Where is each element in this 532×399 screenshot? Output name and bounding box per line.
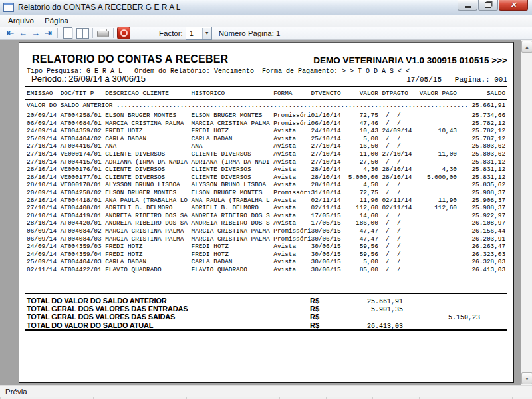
minimize-button[interactable] [458,0,477,11]
close-preview-button[interactable] [116,27,131,39]
table-row: 06/09/14 AT004084/02 MARCIA CRISTINA PAL… [27,227,510,235]
table-row: 28/10/14 AT004420/01 ANDREIA RIBEIRO DOS… [27,219,510,227]
table-row: 27/10/14 VE000174/01 CLIENTE DIVERSOS CL… [27,150,510,158]
menu-item-arquivo[interactable]: Arquivo [3,16,39,25]
total-row: TOTAL GERAL DOS VALORES DAS SAIDASR$5.15… [27,313,507,321]
table-row: 20/09/14 AT004258/01 ELSON BRUGER MONTES… [27,112,510,120]
minimize-icon [465,6,471,8]
table-row: 28/10/14 VE000176/01 CLIENTE DIVERSOS CL… [27,166,510,174]
divider [25,99,507,100]
two-page-icon [76,28,89,39]
total-row: TOTAL GERAL DOS VALORES DAS ENTRADASR$5.… [27,305,507,313]
table-row: 06/09/14 AT004084/01 MARCIA CRISTINA PAL… [27,120,510,128]
divider [25,293,507,294]
page-number-label: Número Página: 1 [219,29,281,37]
table-row: 25/09/14 AT004404/02 CARLA BADAN CARLA B… [27,135,510,143]
two-page-view-button[interactable] [75,27,90,39]
next-page-button[interactable]: → [29,27,42,39]
next-page-icon: → [31,28,40,38]
table-row: 27/10/14 AT004416/01 ANA ANA Avista 27/1… [27,142,510,150]
toolbar-separator [113,28,114,38]
first-page-icon: ⇤ [7,28,14,38]
table-row: 27/10/14 AT004408/01 ADRIELI B. DELMORO … [27,204,510,212]
table-row: 28/10/14 AT004419/01 ANDREIA RIBEIRO DOS… [27,212,510,220]
print-button[interactable] [96,27,110,39]
table-row: 06/09/14 AT004084/03 MARCIA CRISTINA PAL… [27,235,510,243]
table-header: EMISSAO DOC/TIT P DESCRICAO CLIENTE HIST… [27,90,510,98]
table-row: 27/10/14 AT004415/01 ADRIANA (IRMA DA NA… [27,158,510,166]
scroll-up-icon[interactable]: ▲ [521,41,532,53]
double-divider [25,329,507,334]
table-body: 20/09/14 AT004258/01 ELSON BRUGER MONTES… [27,112,510,273]
report-page: RELATORIO DO CONTAS A RECEBER DEMO VETER… [19,42,514,383]
vertical-scrollbar[interactable]: ▲ ▼ [521,40,532,385]
window-controls: ✕ [457,0,528,11]
chevron-down-icon: ▼ [202,28,211,39]
toolbar-separator [57,28,58,38]
single-page-view-button[interactable] [61,27,75,39]
total-row: TOTAL DO VALOR DO SALDO ANTERIORR$25.661… [27,297,507,305]
table-row: 24/09/14 AT004359/04 FREDI HOTZ FREDI HO… [27,251,510,259]
table-row: 28/10/14 VE000177/01 CLIENTE DIVERSOS CL… [27,174,510,182]
toolbar-separator [92,28,93,38]
table-row: 28/10/14 AT004418/01 ANA PAULA (TRABALHA… [27,197,510,205]
factor-label: Factor: [159,29,183,37]
report-date-page: 17/05/15 Pagina.: 001 [406,76,507,84]
divider [25,86,507,87]
stop-icon [117,27,130,39]
close-button[interactable]: ✕ [499,0,528,11]
restore-button[interactable] [478,0,498,11]
toolbar: ⇤ ← → ⇥ Factor: 1 ▼ Número Página: 1 [0,27,532,40]
first-page-button[interactable]: ⇤ [4,27,17,39]
report-title: RELATORIO DO CONTAS A RECEBER [32,53,228,65]
window-title: Relatorio do CONTAS A RECEBER G E R A L [18,3,181,12]
status-text: Prévia [0,388,27,396]
scroll-down-icon[interactable]: ▼ [521,372,532,384]
menu-bar: Arquivo Página [0,15,532,27]
restore-icon [485,2,491,8]
factor-select[interactable]: 1 ▼ [186,27,212,40]
table-row: 28/10/14 VE000178/01 ALYSSON BRUNO LISBO… [27,181,510,189]
previous-page-icon: ← [19,28,27,38]
table-row: 24/09/14 AT004359/02 FREDI HOTZ FREDI HO… [27,127,510,135]
printer-icon [97,29,109,38]
menu-item-pagina[interactable]: Página [39,16,74,25]
table-row: 24/09/14 AT004359/03 FREDI HOTZ FREDI HO… [27,243,510,251]
table-row: 20/09/14 AT004258/02 ELSON BRUGER MONTES… [27,189,510,197]
title-bar: Relatorio do CONTAS A RECEBER G E R A L … [0,0,532,15]
close-icon: ✕ [510,1,516,9]
preview-area: RELATORIO DO CONTAS A RECEBER DEMO VETER… [0,40,532,385]
status-bar: Prévia [0,385,532,398]
table-row: 02/11/14 AT004422/01 FLAVIO QUADRADO FLA… [27,266,510,274]
report-demo-banner: DEMO VETERINARIA V1.0 300915 010515 >>> [313,55,507,65]
factor-value: 1 [186,29,202,37]
last-page-icon: ⇥ [45,28,52,38]
report-period: Período.: 26/09/14 à 30/06/15 [31,74,146,84]
last-page-button[interactable]: ⇥ [42,27,55,39]
totals: TOTAL DO VALOR DO SALDO ANTERIORR$25.661… [27,297,507,329]
previous-page-button[interactable]: ← [17,27,29,39]
app-icon [3,3,14,12]
single-page-icon [63,27,72,39]
saldo-anterior-row: VALOR DO SALDO ANTERIOR ................… [27,102,510,110]
table-row: 25/09/14 AT004404/03 CARLA BADAN CARLA B… [27,258,510,266]
